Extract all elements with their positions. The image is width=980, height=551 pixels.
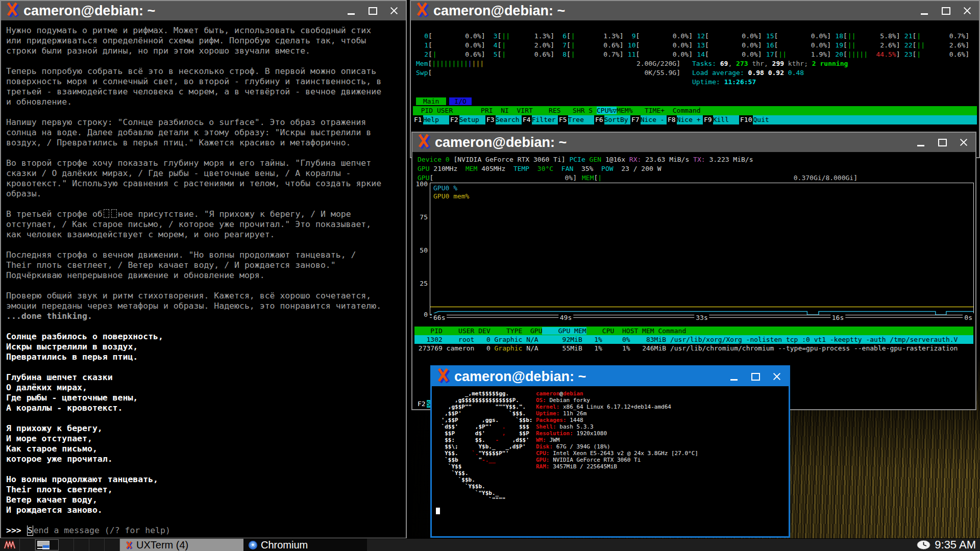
process-table-header[interactable]: PID USER PRI NI VIRT RES SHR S CPU%▽MEM%… [413, 106, 977, 115]
poem-line: Ветер качает воду, [6, 495, 405, 505]
tab-io[interactable]: I/O [449, 97, 471, 105]
column-header: CPU HOST MEM Command [586, 327, 687, 335]
swp-meter: Swp[0K/55.9G] [416, 68, 680, 78]
tab-main[interactable]: Main [416, 97, 446, 105]
close-button[interactable] [386, 4, 402, 17]
titlebar-fastfetch[interactable]: cameron@debian: ~ [432, 367, 789, 386]
info-value: x86_64 Linux 6.17.12+deb14-amd64 [563, 404, 671, 410]
process-row[interactable]: 273769 cameron 0 Graphic N/A 55MiB 1% 1%… [414, 344, 973, 353]
uxterm-icon [5, 2, 19, 19]
window-chat-terminal[interactable]: cameron@debian: ~ Нужно подумать о ритме… [0, 0, 407, 539]
text-segment: thr [748, 60, 764, 67]
chat-terminal-output[interactable]: Нужно подумать о ритме и рифмах. Может б… [2, 20, 405, 538]
chat-prompt-line[interactable]: >>> Send a message (/? for help) [6, 525, 405, 536]
fkey-F8[interactable]: F8Nice + [667, 115, 703, 124]
assistant-text-line: ...done thinking. [6, 311, 405, 321]
fkey-F9[interactable]: F9Kill [703, 115, 739, 124]
fkey-F5[interactable]: F5Tree [558, 115, 594, 124]
info-value: 3457MiB / 225645MiB [553, 463, 617, 470]
text-segment: Device 0 [418, 156, 453, 163]
maximize-button[interactable] [365, 4, 380, 17]
fkey-F6[interactable]: F6SortBy [594, 115, 630, 124]
mem-meter: Mem[|||||||||||||2.00G/220G] [416, 59, 680, 68]
maximize-button[interactable] [935, 136, 950, 149]
close-button[interactable] [769, 370, 785, 383]
uxterm-icon [415, 2, 429, 19]
system-info-row: GPU: NVIDIA GeForce RTX 3060 Ti [536, 457, 698, 463]
cpu-meter-2: 2[|0.6%] [416, 50, 485, 59]
minimize-icon [348, 7, 355, 15]
virtual-desktop-pager[interactable] [35, 539, 59, 550]
blank-line [6, 362, 405, 372]
text-segment: FAN [561, 165, 581, 172]
poem-line: Я прихожу к берегу, [6, 423, 405, 434]
minimize-icon [921, 7, 928, 15]
column-header: GPU MEM [542, 327, 586, 335]
text-segment: 3.223 MiB/s [709, 156, 753, 163]
minimize-button[interactable] [344, 4, 359, 17]
close-button[interactable] [960, 4, 975, 17]
terminal-cursor [436, 508, 440, 514]
gpu-process-table-header[interactable]: PID USER DEV TYPE GPU GPU MEM CPU HOST M… [414, 327, 973, 335]
titlebar-nvtop[interactable]: cameron@debian: ~ [412, 133, 975, 152]
info-label: Kernel: [536, 404, 563, 410]
text-segment: PCIe [569, 156, 589, 163]
mem-usage-bar: MEM[|0.370Gi/8.000Gi] [582, 173, 857, 183]
minimize-button[interactable] [917, 4, 932, 17]
text-segment: cameron [536, 390, 559, 397]
cpu-meter-8: 8[|0.7%] [554, 50, 624, 59]
text-segment: kthr [784, 60, 804, 67]
cpu-meter-9: 9[0.0%] [624, 32, 693, 41]
close-button[interactable] [956, 136, 971, 149]
assistant-text-line: В третьей строфе обное присутствие. "Я п… [6, 209, 405, 219]
window-title: cameron@debian: ~ [454, 369, 586, 385]
column-header: CPU%▽ [597, 107, 617, 114]
taskbar-task-uxterm[interactable]: UXTerm (4) [120, 539, 243, 551]
poem-line: Где рыбы - цветочные вены, [6, 393, 405, 403]
cpu-meter-row: 2[|0.6%]5[|0.6%]8[|0.7%]11[0.0%]14[0.0%]… [416, 50, 976, 59]
assistant-text-line: Подчёркиваю непрерывное движение и обнов… [6, 270, 405, 281]
system-info-row: Resolution: 980x551 [536, 430, 698, 437]
fkey-F1[interactable]: F1Help [413, 115, 449, 124]
close-icon [390, 7, 398, 15]
minimize-button[interactable] [913, 136, 928, 149]
debian-ascii-logo-accent: . , - `. -.__ [438, 390, 505, 496]
poem-line: И море отступает, [6, 434, 405, 444]
fkey-F10[interactable]: F10Quit [739, 115, 769, 124]
missing-glyph-box [111, 209, 117, 218]
taskbar-task-chromium[interactable]: Chromium [243, 539, 367, 551]
text-segment: Tasks: [692, 60, 720, 67]
assistant-text-line: Последняя строфа о вечном движении. "Но … [6, 250, 405, 260]
fastfetch-output[interactable]: _,met$$$$$gg. ,g$$$$$$$$$$$$$$$P. ,g$$P"… [432, 386, 789, 536]
cpu-meter-17: 17[||1.9%] [762, 50, 831, 59]
x-tick-label: 0s [963, 313, 974, 322]
fkey-F7[interactable]: F7Nice - [630, 115, 667, 124]
titlebar-chat[interactable]: cameron@debian: ~ [1, 1, 406, 20]
gpu-meters-line: GPU[0%]MEM[|0.370Gi/8.000Gi] [418, 173, 972, 183]
titlebar-htop[interactable]: cameron@debian: ~ [411, 1, 979, 20]
text-segment: 2 running [812, 60, 848, 67]
text-segment: 35% [581, 165, 601, 172]
fkey-F2[interactable]: F2Setup [449, 115, 485, 124]
maximize-button[interactable] [938, 4, 953, 17]
y-tick-label: 75 [413, 213, 428, 222]
text-segment: MEM [465, 165, 481, 172]
taskbar: UXTerm (4) Chromium 9:35 AM [0, 538, 980, 551]
x-tick-label: 66s [432, 313, 447, 322]
text-segment: Load average: [692, 69, 748, 77]
fkey-F3[interactable]: F3Search [485, 115, 522, 124]
window-fastfetch[interactable]: cameron@debian: ~ _,met$$$$$gg. ,g$$$$$$… [430, 365, 790, 538]
cpu-meter-7: 7[|0.6%] [554, 41, 624, 50]
info-value: NVIDIA GeForce RTX 3060 Ti [553, 457, 641, 463]
info-value: bash 5.3.3 [559, 423, 593, 430]
fkey-F4[interactable]: F4Filter [522, 115, 558, 124]
minimize-button[interactable] [726, 370, 742, 383]
system-info-row: CPU: Intel Xeon E5-2643 v2 @ 24x 3.8GHz … [536, 450, 698, 457]
blank-line [6, 281, 405, 291]
text-segment: 1@16x [605, 156, 629, 163]
poem-line: Глубина шепчет сказки [6, 372, 405, 383]
process-row[interactable]: 1302 root 0 Graphic N/A 92MiB 1% 0% 83Mi… [414, 335, 973, 344]
text-segment: [NVIDIA GeForce RTX 3060 Ti] [453, 156, 569, 163]
jwm-menu-button[interactable] [0, 539, 20, 551]
maximize-button[interactable] [748, 370, 763, 383]
